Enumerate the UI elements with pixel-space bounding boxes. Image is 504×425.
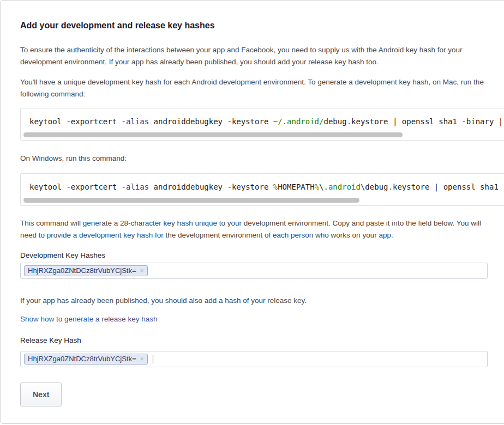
development-key-hash-chip: HhjRXZga0ZNtDCz8trVubYCjStk= ×: [24, 265, 148, 276]
mac-command-block[interactable]: keytool -exportcert -alias androiddebugk…: [20, 108, 504, 141]
text-cursor: [153, 355, 153, 363]
development-key-hashes-input[interactable]: HhjRXZga0ZNtDCz8trVubYCjStk= ×: [20, 263, 488, 279]
mac-instructions-paragraph: You'll have a unique development key has…: [20, 76, 487, 100]
next-button[interactable]: Next: [20, 382, 62, 406]
windows-scrollbar-track[interactable]: [22, 197, 502, 204]
windows-command-block[interactable]: keytool -exportcert -alias androiddebugk…: [20, 173, 504, 206]
release-key-hash-label: Release Key Hash: [20, 336, 504, 345]
show-release-hash-link[interactable]: Show how to generate a release key hash: [20, 314, 157, 324]
windows-command-code: keytool -exportcert -alias androiddebugk…: [21, 174, 504, 197]
release-key-hash-input[interactable]: HhjRXZga0ZNtDCz8trVubYCjStk= ×: [20, 351, 488, 367]
mac-scrollbar-thumb[interactable]: [23, 132, 403, 137]
hash-explanation-paragraph: This command will generate a 28-characte…: [20, 217, 487, 241]
mac-scrollbar-track[interactable]: [22, 132, 502, 138]
key-hash-setup-card: Add your development and release key has…: [0, 0, 504, 424]
release-key-hash-chip: HhjRXZga0ZNtDCz8trVubYCjStk= ×: [24, 354, 148, 365]
intro-paragraph: To ensure the authenticity of the intera…: [20, 44, 487, 68]
chip-text: HhjRXZga0ZNtDCz8trVubYCjStk=: [28, 266, 136, 275]
remove-chip-icon[interactable]: ×: [140, 355, 144, 363]
mac-command-code: keytool -exportcert -alias androiddebugk…: [21, 108, 504, 132]
development-key-hashes-label: Development Key Hashes: [20, 251, 504, 260]
windows-scrollbar-thumb[interactable]: [23, 198, 359, 203]
release-note-paragraph: If your app has already been published, …: [20, 295, 487, 307]
chip-text: HhjRXZga0ZNtDCz8trVubYCjStk=: [28, 355, 136, 363]
page-title: Add your development and release key has…: [20, 20, 504, 31]
remove-chip-icon[interactable]: ×: [140, 266, 144, 275]
windows-instructions-paragraph: On Windows, run this command:: [20, 153, 487, 165]
